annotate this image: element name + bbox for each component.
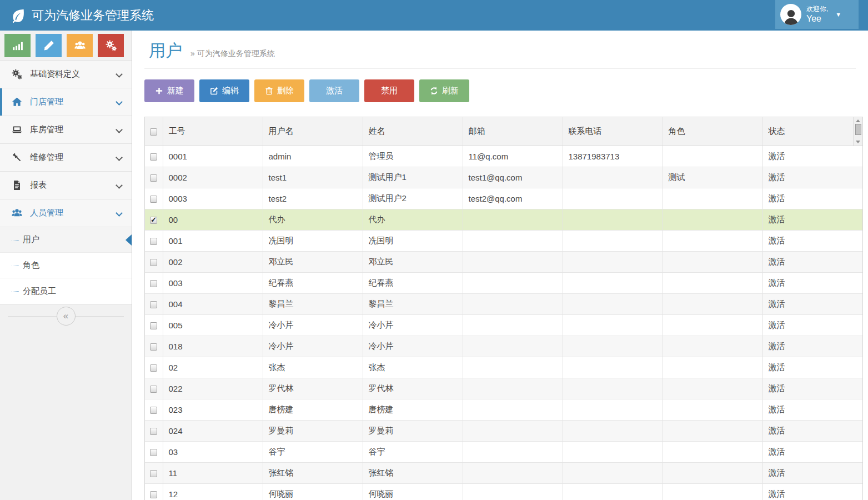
activate-button[interactable]: 激活 (309, 79, 359, 102)
row-checkbox[interactable] (150, 196, 157, 203)
scrollbar-thumb[interactable] (855, 124, 861, 135)
table-row[interactable]: 022罗代林罗代林激活 (145, 378, 862, 399)
row-checkbox[interactable] (150, 386, 157, 393)
table-row[interactable]: 023唐榜建唐榜建激活 (145, 399, 862, 420)
table-row[interactable]: 004黎昌兰黎昌兰激活 (145, 293, 862, 314)
column-header-username[interactable]: 用户名 (263, 117, 363, 146)
cell-emp-no: 005 (163, 314, 263, 336)
row-checkbox[interactable] (150, 322, 157, 329)
cell-emp-no: 00 (163, 209, 263, 230)
toolbar-button-label: 刷新 (442, 86, 459, 96)
cell-name: 黎昌兰 (363, 293, 463, 314)
table-row[interactable]: 00代办代办激活 (145, 209, 862, 230)
row-checkbox[interactable] (150, 259, 157, 266)
table-row[interactable]: 001冼国明冼国明激活 (145, 230, 862, 251)
select-all-cell (145, 117, 163, 146)
table-row[interactable]: 03谷宇谷宇激活 (145, 441, 862, 462)
row-checkbox[interactable] (150, 343, 157, 351)
sidebar-item-5[interactable]: 人员管理 (0, 199, 132, 227)
sidebar-collapse-row: « (0, 304, 132, 327)
row-checkbox[interactable] (150, 364, 157, 372)
row-checkbox[interactable] (150, 217, 157, 224)
table-row[interactable]: 018冷小芹冷小芹激活 (145, 336, 862, 357)
cell-phone (563, 293, 663, 314)
column-header-phone[interactable]: 联系电话 (563, 117, 663, 146)
row-checkbox[interactable] (150, 301, 157, 308)
user-menu[interactable]: 欢迎你, Yee ▼ (775, 0, 859, 29)
submenu-item-5-2[interactable]: 分配员工 (0, 278, 132, 304)
table-row[interactable]: 024罗曼莉罗曼莉激活 (145, 420, 862, 441)
quick-button-chart[interactable] (4, 34, 31, 57)
quick-button-settings[interactable] (98, 34, 124, 57)
cell-name: 何晓丽 (363, 483, 463, 500)
gears-icon (106, 40, 117, 51)
disable-button[interactable]: 禁用 (364, 79, 414, 102)
row-checkbox[interactable] (150, 174, 157, 182)
cell-status: 激活 (762, 420, 862, 441)
edit-button[interactable]: 编辑 (199, 79, 249, 102)
table-row[interactable]: 12何晓丽何晓丽激活 (145, 483, 862, 500)
sidebar-item-3[interactable]: 维修管理 (0, 144, 132, 172)
table-row[interactable]: 02张杰张杰激活 (145, 357, 862, 378)
scroll-up-icon[interactable] (856, 119, 860, 122)
column-header-email[interactable]: 邮箱 (463, 117, 563, 146)
sidebar-item-4[interactable]: 报表 (0, 172, 132, 199)
app-title: 可为汽修业务管理系统 (32, 7, 154, 24)
row-checkbox[interactable] (150, 428, 157, 435)
cell-phone (563, 188, 663, 209)
cell-emp-no: 02 (163, 357, 263, 378)
toolbar: 新建编辑删除激活禁用刷新 (144, 79, 469, 102)
chevron-down-icon (116, 209, 123, 217)
create-button[interactable]: 新建 (144, 79, 194, 102)
submenu-item-5-1[interactable]: 角色 (0, 253, 132, 278)
cell-status: 激活 (762, 251, 862, 272)
column-header-status[interactable]: 状态 (762, 117, 862, 146)
row-checkbox[interactable] (150, 280, 157, 287)
row-checkbox[interactable] (150, 470, 157, 477)
row-checkbox-cell (145, 272, 163, 293)
scroll-down-icon[interactable] (856, 141, 860, 143)
table-row[interactable]: 0003test2测试用户2test2@qq.com激活 (145, 188, 862, 209)
sidebar-collapse-button[interactable]: « (57, 307, 76, 326)
cell-username: 张红铭 (263, 462, 363, 483)
submenu-item-label: 角色 (23, 260, 39, 271)
cell-username: 冷小芹 (263, 336, 363, 357)
cell-email (463, 272, 563, 293)
row-checkbox[interactable] (150, 153, 157, 161)
cell-name: 唐榜建 (363, 399, 463, 420)
table-row[interactable]: 0002test1测试用户1test1@qq.com测试激活 (145, 167, 862, 188)
column-header-name[interactable]: 姓名 (363, 117, 463, 146)
row-checkbox[interactable] (150, 491, 157, 498)
breadcrumb[interactable]: » 可为汽修业务管理系统 (190, 49, 275, 59)
row-checkbox[interactable] (150, 407, 157, 414)
trash-icon (265, 87, 273, 95)
column-header-emp-no[interactable]: 工号 (163, 117, 263, 146)
table-row[interactable]: 0001admin管理员11@q.com13871983713激活 (145, 146, 862, 167)
cell-name: 张杰 (363, 357, 463, 378)
sidebar-item-label: 报表 (30, 180, 47, 191)
topbar: 可为汽修业务管理系统 欢迎你, Yee ▼ (0, 0, 868, 31)
cell-name: 冷小芹 (363, 336, 463, 357)
submenu-item-5-0[interactable]: 用户 (0, 227, 132, 253)
table-row[interactable]: 11张红铭张红铭激活 (145, 462, 862, 483)
row-checkbox[interactable] (150, 238, 157, 245)
sidebar-item-2[interactable]: 库房管理 (0, 116, 132, 144)
sidebar-item-1[interactable]: 门店管理 (0, 88, 132, 116)
table-row[interactable]: 005冷小芹冷小芹激活 (145, 314, 862, 336)
quick-button-edit[interactable] (36, 34, 62, 57)
quick-button-users[interactable] (67, 34, 93, 57)
delete-button[interactable]: 删除 (254, 79, 304, 102)
sidebar-item-0[interactable]: 基础资料定义 (0, 61, 132, 88)
table-row[interactable]: 002邓立民邓立民激活 (145, 251, 862, 272)
row-checkbox[interactable] (150, 449, 157, 456)
user-text: 欢迎你, Yee (806, 5, 828, 24)
select-all-checkbox[interactable] (150, 128, 157, 136)
cell-role (663, 420, 762, 441)
chevron-down-icon (116, 126, 123, 133)
table-row[interactable]: 003纪春燕纪春燕激活 (145, 272, 862, 293)
refresh-button[interactable]: 刷新 (419, 79, 469, 102)
cell-email (463, 399, 563, 420)
row-checkbox-cell (145, 462, 163, 483)
breadcrumb-link[interactable]: 可为汽修业务管理系统 (197, 49, 275, 58)
column-header-role[interactable]: 角色 (663, 117, 762, 146)
